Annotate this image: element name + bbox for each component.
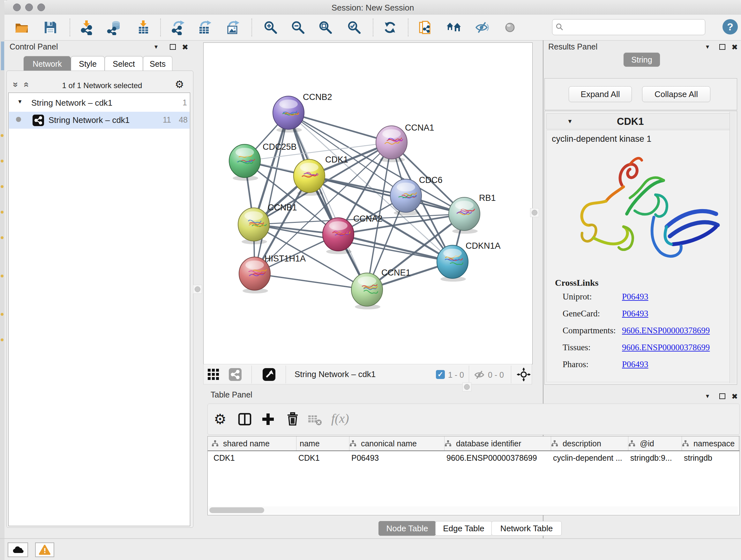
home-icon[interactable] bbox=[446, 20, 461, 35]
network-node-CCNE1[interactable] bbox=[351, 273, 383, 309]
network-node-CDKN1A[interactable] bbox=[437, 245, 468, 282]
control-panel-float-icon[interactable] bbox=[170, 44, 176, 50]
table-cell[interactable]: cyclin-dependent ... bbox=[553, 451, 630, 464]
bottom-splitter-handle[interactable] bbox=[462, 382, 471, 391]
table-cell[interactable]: CDK1 bbox=[213, 451, 298, 464]
tab-style[interactable]: Style bbox=[71, 56, 105, 71]
network-node-RB1[interactable] bbox=[449, 197, 480, 234]
gene-section-header[interactable]: ▼ CDK1 bbox=[546, 113, 735, 129]
import-network-database-icon[interactable] bbox=[106, 20, 121, 35]
crosslink-value[interactable]: P06493 bbox=[622, 360, 649, 369]
network-share-icon[interactable] bbox=[229, 368, 242, 381]
main-toolbar: ? bbox=[4, 15, 741, 41]
table-panel-float-icon[interactable] bbox=[719, 393, 725, 399]
tab-string[interactable]: String bbox=[623, 53, 660, 67]
crosslink-value[interactable]: P06493 bbox=[622, 309, 649, 319]
export-table-icon[interactable] bbox=[197, 20, 212, 35]
table-panel-close-icon[interactable]: ✖ bbox=[731, 392, 738, 401]
crosslink-value[interactable]: P06493 bbox=[622, 292, 649, 302]
table-cell[interactable]: P06493 bbox=[351, 451, 447, 464]
add-column-icon[interactable] bbox=[260, 412, 276, 427]
expander-icon[interactable]: ▼ bbox=[17, 99, 23, 105]
tab-network-table[interactable]: Network Table bbox=[491, 521, 562, 536]
export-image-icon[interactable] bbox=[225, 20, 241, 35]
collapse-section-icon[interactable]: ▼ bbox=[567, 118, 573, 125]
zoom-in-icon[interactable] bbox=[263, 20, 278, 35]
column-header-@id[interactable]: @id bbox=[628, 436, 682, 450]
crosslink-value[interactable]: 9606.ENSP00000378699 bbox=[622, 343, 710, 353]
network-node-CCNB2[interactable] bbox=[273, 96, 304, 132]
column-header-canonical-name[interactable]: canonical name bbox=[349, 436, 445, 450]
cloud-button[interactable] bbox=[8, 543, 28, 557]
zoom-out-icon[interactable] bbox=[290, 20, 306, 35]
results-panel-float-icon[interactable] bbox=[719, 44, 725, 50]
left-splitter-handle[interactable] bbox=[193, 285, 202, 294]
crosslinks-title: CrossLinks bbox=[555, 278, 598, 288]
network-edge-CCNB2-HIST1H1A[interactable] bbox=[255, 113, 288, 273]
selected-nodes-checkbox[interactable]: ✓ bbox=[436, 370, 445, 379]
inactive-eye-icon[interactable] bbox=[502, 20, 518, 35]
save-session-icon[interactable] bbox=[43, 20, 58, 35]
help-button[interactable]: ? bbox=[723, 19, 738, 35]
warning-button[interactable] bbox=[35, 543, 54, 557]
expand-all-button[interactable]: Expand All bbox=[569, 86, 632, 102]
export-network-icon[interactable] bbox=[171, 20, 186, 35]
hidden-eye-icon[interactable] bbox=[474, 369, 485, 381]
import-table-file-icon[interactable] bbox=[136, 20, 151, 35]
tab-select[interactable]: Select bbox=[105, 56, 143, 71]
control-panel-close-icon[interactable]: ✖ bbox=[182, 43, 188, 52]
network-file-icon[interactable] bbox=[418, 20, 433, 35]
node-label-CCNA2: CCNA2 bbox=[353, 214, 383, 224]
tab-network[interactable]: Network bbox=[23, 56, 71, 71]
right-splitter-handle[interactable] bbox=[530, 208, 539, 217]
network-canvas[interactable]: CCNB2CCNA1CDC25BCDK1CDC6RB1CCNB1CCNA2CDK… bbox=[203, 43, 533, 364]
column-header-shared-name[interactable]: shared name bbox=[212, 436, 296, 450]
network-tree-row-selected[interactable]: String Network – cdk1 11 48 bbox=[9, 112, 190, 129]
search-input[interactable] bbox=[552, 19, 705, 35]
tab-node-table[interactable]: Node Table bbox=[379, 521, 436, 536]
zoom-selected-icon[interactable] bbox=[347, 20, 362, 35]
results-panel-close-icon[interactable]: ✖ bbox=[731, 43, 738, 52]
results-scrollbar[interactable] bbox=[730, 112, 736, 383]
open-session-icon[interactable] bbox=[14, 20, 29, 35]
toolbar-separator bbox=[70, 18, 70, 37]
birds-eye-view-icon[interactable] bbox=[263, 368, 275, 381]
delete-column-icon[interactable] bbox=[285, 412, 300, 427]
show-hide-details-icon[interactable] bbox=[474, 20, 489, 35]
table-cell[interactable]: stringdb bbox=[684, 451, 740, 464]
table-panel-menu-icon[interactable]: ▾ bbox=[706, 392, 709, 400]
network-tree-root-row[interactable]: ▼ String Network – cdk1 1 bbox=[9, 95, 190, 112]
pan-crosshair-icon[interactable] bbox=[517, 368, 531, 381]
network-edge-HIST1H1A-CCNE1[interactable] bbox=[255, 273, 367, 290]
network-node-CDC25B[interactable] bbox=[229, 144, 260, 181]
node-label-CDK1: CDK1 bbox=[325, 155, 348, 165]
table-settings-gear-icon[interactable]: ⚙ bbox=[214, 412, 229, 427]
crosslink-value[interactable]: 9606.ENSP00000378699 bbox=[622, 326, 710, 335]
network-node-CCNB1[interactable] bbox=[238, 208, 269, 244]
import-network-file-icon[interactable] bbox=[79, 20, 94, 35]
network-panel-gear-icon[interactable]: ⚙ bbox=[175, 79, 184, 89]
column-header-description[interactable]: description bbox=[551, 436, 628, 450]
table-hscrollbar-track[interactable] bbox=[208, 506, 738, 514]
collapse-all-networks-icon[interactable]: » bbox=[10, 82, 21, 87]
collapse-all-button[interactable]: Collapse All bbox=[642, 86, 711, 102]
table-cell[interactable]: CDK1 bbox=[298, 451, 351, 464]
results-panel-menu-icon[interactable]: ▾ bbox=[706, 43, 709, 51]
tab-sets[interactable]: Sets bbox=[143, 56, 172, 71]
grid-view-icon[interactable] bbox=[207, 368, 220, 381]
table-cell[interactable]: 9606.ENSP00000378699 bbox=[447, 451, 553, 464]
table-cell[interactable]: stringdb:9... bbox=[630, 451, 684, 464]
show-columns-icon[interactable] bbox=[237, 412, 253, 427]
column-header-name[interactable]: name bbox=[296, 436, 349, 450]
column-header-database-identifier[interactable]: database identifier bbox=[445, 436, 551, 450]
network-node-CCNA1[interactable] bbox=[376, 126, 407, 162]
zoom-fit-icon[interactable] bbox=[318, 20, 333, 35]
table-hscrollbar-thumb[interactable] bbox=[209, 507, 264, 513]
control-panel-menu-icon[interactable]: ▾ bbox=[154, 43, 158, 51]
tab-edge-table[interactable]: Edge Table bbox=[435, 521, 492, 536]
column-header-namespace[interactable]: namespace bbox=[682, 436, 739, 450]
network-edge-CCNB2-CCNA1[interactable] bbox=[288, 113, 392, 142]
expand-all-networks-icon[interactable]: « bbox=[21, 82, 32, 87]
apply-layout-icon[interactable] bbox=[382, 20, 398, 35]
collection-count: 1 bbox=[178, 98, 187, 107]
